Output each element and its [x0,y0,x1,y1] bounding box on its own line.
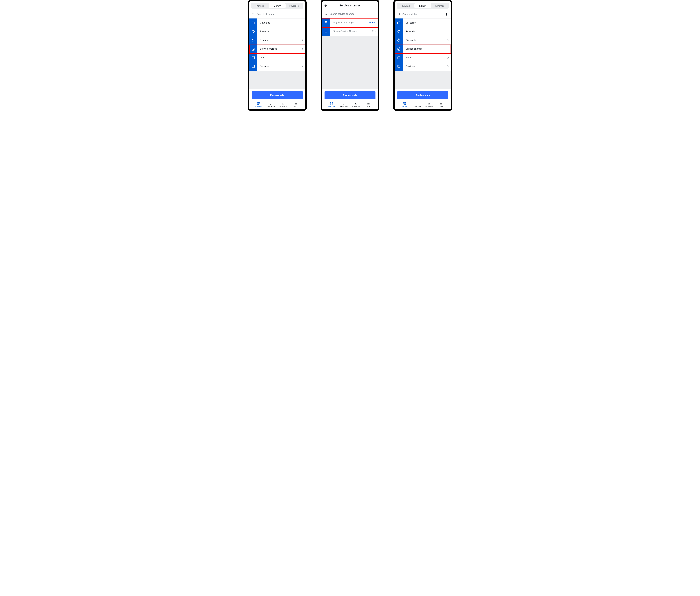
services-icon [249,62,257,71]
search-row [249,10,305,19]
page-title: Service charges [339,4,360,7]
search-icon [324,12,328,16]
library-row-items[interactable]: Items [249,53,305,62]
tab-notifications[interactable]: Notifications [350,102,362,107]
chevron-right-icon [447,39,449,42]
library-row-service-charges[interactable]: Service charges [395,45,451,53]
review-sale-button[interactable]: Review sale [397,91,448,99]
search-row [322,10,378,18]
phone-frame: Service charges Bag Service Charge Added [321,0,379,110]
tab-label: Checkout [328,106,335,107]
tab-more[interactable]: More [435,102,447,107]
more-icon [440,102,443,105]
tab-transactions[interactable]: Transactions [338,102,350,107]
library-row-items[interactable]: Items [395,53,451,62]
tab-keypad[interactable]: Keypad [252,3,269,8]
tab-label: Transactions [340,106,348,107]
search-input[interactable] [329,13,376,16]
review-sale-button[interactable]: Review sale [252,91,303,99]
search-input[interactable] [402,13,443,16]
library-row-label: Service charges [403,45,451,53]
tab-label: More [440,106,443,107]
svg-line-1 [254,15,254,16]
service-charges-list-area: Bag Service Charge Added Pickup Service … [322,18,378,89]
tab-transactions[interactable]: Transactions [410,102,423,107]
library-row-label: Rewards [403,27,451,36]
tab-label: Checkout [255,106,262,107]
checkout-icon [257,102,260,105]
library-row-services[interactable]: Services [395,62,451,71]
service-charge-row-bag[interactable]: Bag Service Charge Added [322,18,378,27]
screen: Keypad Library Favorites Gift cards [249,1,305,109]
tab-library[interactable]: Library [415,3,431,8]
items-icon [249,53,257,62]
library-row-label: Gift cards [403,19,451,27]
chevron-right-icon [447,65,449,68]
svg-line-29 [399,15,400,16]
svg-point-6 [253,39,253,40]
rewards-icon [395,27,403,36]
library-row-gift-cards[interactable]: Gift cards [249,19,305,27]
svg-rect-13 [259,104,260,105]
library-row-discounts[interactable]: Discounts [395,36,451,45]
phone-frame: Keypad Library Favorites Gift cards [248,0,307,110]
search-icon [251,13,255,16]
svg-rect-8 [252,57,254,59]
tab-label: Notifications [352,106,360,107]
review-sale-button[interactable]: Review sale [325,91,375,99]
svg-rect-10 [257,102,258,103]
tab-label: Checkout [401,106,407,107]
library-row-discounts[interactable]: Discounts [249,36,305,45]
add-item-button[interactable] [444,12,449,16]
svg-point-28 [398,13,400,15]
svg-rect-9 [252,65,254,68]
service-charges-icon [395,45,403,53]
tab-notifications[interactable]: Notifications [277,102,290,107]
chevron-right-icon [447,48,449,50]
tab-more[interactable]: More [290,102,302,107]
tab-favorites[interactable]: Favorites [285,3,303,8]
library-row-rewards[interactable]: Rewards [395,27,451,36]
tab-label: More [367,106,370,107]
service-charge-name: Bag Service Charge [333,21,354,24]
library-row-service-charges[interactable]: Service charges [249,45,305,53]
tab-label: Transactions [267,106,276,107]
svg-line-18 [327,15,327,15]
tab-bar: Checkout Transactions Notifications More [325,99,375,109]
discounts-icon [249,36,257,45]
svg-rect-37 [398,65,400,68]
tab-checkout[interactable]: Checkout [398,102,410,107]
service-charge-icon [322,27,330,35]
library-row-services[interactable]: Services [249,62,305,71]
tab-more[interactable]: More [362,102,375,107]
svg-point-17 [325,13,327,15]
back-button[interactable] [324,4,328,7]
tab-library[interactable]: Library [269,3,286,8]
chevron-right-icon [447,56,449,59]
bottom-bar: Review sale Checkout Transactions Notifi… [249,89,305,109]
tab-favorites[interactable]: Favorites [431,3,448,8]
tab-notifications[interactable]: Notifications [423,102,435,107]
search-input[interactable] [257,13,297,16]
search-icon [397,13,401,16]
tab-transactions[interactable]: Transactions [265,102,277,107]
notifications-icon [354,102,358,105]
tab-keypad[interactable]: Keypad [397,3,415,8]
transactions-icon [342,102,346,105]
segmented-control: Keypad Library Favorites [397,3,449,9]
checkout-icon [330,102,333,105]
library-row-label: Items [403,53,451,62]
discounts-icon [395,36,403,45]
svg-rect-24 [332,104,333,105]
tab-label: Notifications [425,106,433,107]
add-item-button[interactable] [299,12,303,16]
tab-checkout[interactable]: Checkout [325,102,338,107]
service-charges-icon [249,45,257,53]
service-charge-row-pickup[interactable]: Pickup Service Charge 2% [322,27,378,35]
screen: Service charges Bag Service Charge Added [322,1,378,109]
tab-checkout[interactable]: Checkout [253,102,265,107]
services-icon [395,62,403,71]
svg-rect-39 [405,102,405,103]
library-row-gift-cards[interactable]: Gift cards [395,19,451,27]
library-row-rewards[interactable]: Rewards [249,27,305,36]
